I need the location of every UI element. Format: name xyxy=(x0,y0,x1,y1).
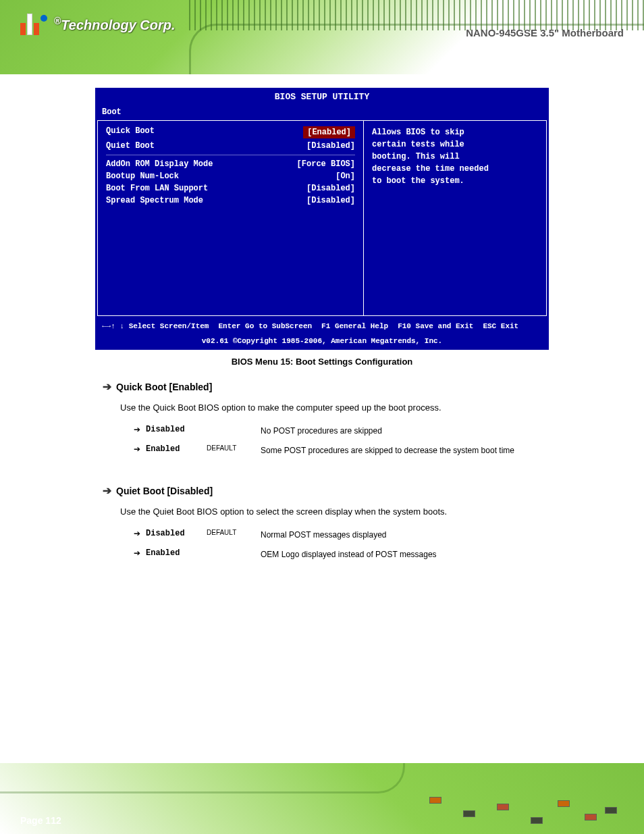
bios-divider xyxy=(106,155,355,155)
option-name: Disabled xyxy=(146,529,207,542)
bios-row-value: [Disabled] xyxy=(306,184,355,193)
bios-row: Spread Spectrum Mode [Disabled] xyxy=(106,196,355,205)
bios-inner: Quick Boot [Enabled] Quiet Boot [Disable… xyxy=(97,120,547,316)
option-name: Disabled xyxy=(146,425,207,438)
bios-row-label: Boot From LAN Support xyxy=(106,184,208,193)
option-row: ➔ Disabled DEFAULT Normal POST messages … xyxy=(134,529,549,542)
bios-help-line: decrease the time needed xyxy=(372,163,538,175)
bios-screenshot: BIOS SETUP UTILITY Boot Quick Boot [Enab… xyxy=(95,88,549,350)
option-desc: Normal POST messages displayed xyxy=(261,529,549,542)
section-body: Use the Quick Boot BIOS option to make t… xyxy=(120,401,549,415)
section-heading-row: ➔ Quick Boot [Enabled] xyxy=(103,380,549,393)
bios-footer: ←→↑ ↓ Select Screen/Item Enter Go to Sub… xyxy=(95,318,549,350)
option-default: DEFAULT xyxy=(207,444,261,457)
bios-settings-panel: Quick Boot [Enabled] Quiet Boot [Disable… xyxy=(98,121,364,315)
bios-help-line: certain tests while xyxy=(372,138,538,151)
bios-footer-key: ←→↑ ↓ Select Screen/Item xyxy=(102,321,209,333)
option-name: Enabled xyxy=(146,548,207,561)
bios-row-label: Quiet Boot xyxy=(106,141,155,151)
bios-help-line: Allows BIOS to skip xyxy=(372,126,538,138)
bios-help-panel: Allows BIOS to skip certain tests while … xyxy=(364,121,546,315)
option-default xyxy=(207,548,261,561)
bios-title: BIOS SETUP UTILITY xyxy=(95,88,549,106)
option-row: ➔ Disabled No POST procedures are skippe… xyxy=(134,425,549,438)
bios-caption: BIOS Menu 15: Boot Settings Configuratio… xyxy=(0,357,644,367)
product-name: NANO-945GSE 3.5" Motherboard xyxy=(466,27,624,38)
section-heading: Quiet Boot [Disabled] xyxy=(116,486,213,496)
bios-tab: Boot xyxy=(95,106,549,118)
section-body: Use the Quiet Boot BIOS option to select… xyxy=(120,505,549,519)
bios-row-label: Bootup Num-Lock xyxy=(106,172,179,181)
bios-row: AddOn ROM Display Mode [Force BIOS] xyxy=(106,159,355,169)
arrow-right-icon: ➔ xyxy=(103,484,112,497)
bios-help-line: to boot the system. xyxy=(372,175,538,187)
option-desc: OEM Logo displayed instead of POST messa… xyxy=(261,548,549,561)
bios-footer-key: ESC Exit xyxy=(483,321,518,333)
option-default: DEFAULT xyxy=(207,529,261,542)
option-desc: No POST procedures are skipped xyxy=(261,425,549,438)
bios-row: Boot From LAN Support [Disabled] xyxy=(106,184,355,193)
bios-footer-key: F1 General Help xyxy=(321,321,388,333)
bios-row-value: [Disabled] xyxy=(306,141,355,151)
arrow-right-icon: ➔ xyxy=(134,425,146,438)
logo-area: ®Technology Corp. xyxy=(20,14,176,35)
option-name: Enabled xyxy=(146,444,207,457)
section-heading: Quick Boot [Enabled] xyxy=(116,382,212,392)
section-heading-row: ➔ Quiet Boot [Disabled] xyxy=(103,484,549,497)
iei-logo-icon xyxy=(20,14,47,35)
bios-footer-key: F10 Save and Exit xyxy=(398,321,473,333)
bios-row-label: Spread Spectrum Mode xyxy=(106,196,203,205)
bios-row-value: [Disabled] xyxy=(306,196,355,205)
option-desc: Some POST procedures are skipped to decr… xyxy=(261,444,549,457)
arrow-right-icon: ➔ xyxy=(103,380,112,393)
option-row: ➔ Enabled OEM Logo displayed instead of … xyxy=(134,548,549,561)
arrow-right-icon: ➔ xyxy=(134,444,146,457)
bios-row-label: Quick Boot xyxy=(106,126,155,138)
bios-row: Quick Boot [Enabled] xyxy=(106,126,355,138)
bios-copyright: v02.61 ©Copyright 1985-2006, American Me… xyxy=(102,336,542,348)
option-default xyxy=(207,425,261,438)
footer-circuit xyxy=(306,766,644,834)
page-number: Page 112 xyxy=(20,815,61,826)
logo-text: ®Technology Corp. xyxy=(54,16,176,33)
arrow-right-icon: ➔ xyxy=(134,529,146,542)
arrow-right-icon: ➔ xyxy=(134,548,146,561)
bios-row-label: AddOn ROM Display Mode xyxy=(106,159,213,169)
document-content: ➔ Quick Boot [Enabled] Use the Quick Boo… xyxy=(0,367,644,575)
bios-row-value-selected: [Enabled] xyxy=(303,126,355,138)
option-row: ➔ Enabled DEFAULT Some POST procedures a… xyxy=(134,444,549,457)
bios-help-line: booting. This will xyxy=(372,151,538,163)
bios-row: Bootup Num-Lock [On] xyxy=(106,172,355,181)
footer-banner: Page 112 xyxy=(0,763,644,834)
bios-footer-key: Enter Go to SubScreen xyxy=(218,321,312,333)
bios-row: Quiet Boot [Disabled] xyxy=(106,141,355,151)
header-banner: ®Technology Corp. NANO-945GSE 3.5" Mothe… xyxy=(0,0,644,74)
bios-row-value: [On] xyxy=(336,172,355,181)
bios-row-value: [Force BIOS] xyxy=(297,159,355,169)
